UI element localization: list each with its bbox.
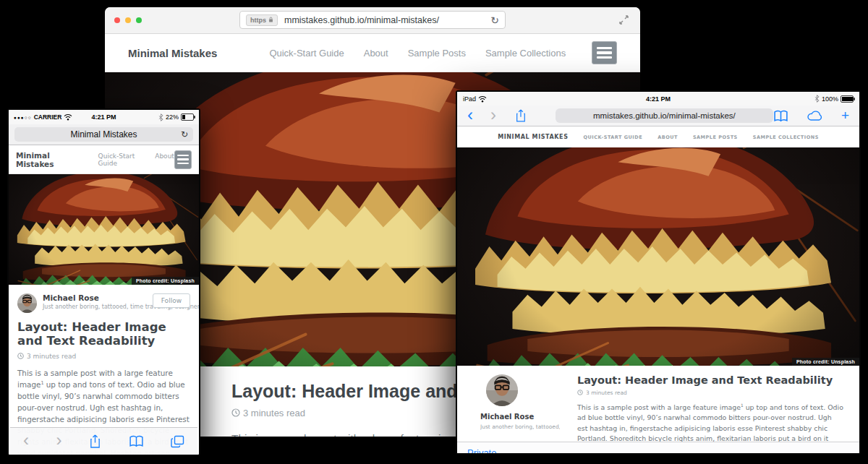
bluetooth-icon <box>814 95 820 103</box>
share-icon[interactable] <box>89 434 101 449</box>
zoom-window-button[interactable] <box>136 17 142 23</box>
forward-button[interactable]: › <box>490 106 496 124</box>
window-controls <box>114 17 142 23</box>
battery-percent: 100% <box>822 95 838 103</box>
site-title-link[interactable]: Minimal Mistakes <box>128 47 217 59</box>
post-header-image: Photo credit: Unsplash <box>457 147 859 366</box>
ipad-safari: iPad 4:21 PM 100% ‹ › <box>456 90 861 455</box>
follow-button[interactable]: Follow <box>153 293 190 308</box>
author-bio: Just another boring, tattooed, <box>480 424 560 430</box>
safari-toolbar: ‹ › mmistakes.github.io/minimal-mistakes… <box>457 106 859 126</box>
leaves-photo <box>9 174 199 285</box>
iphone-safari: ●●●○○ CARRIER 4:21 PM 22% Minimal Mistak… <box>7 108 200 456</box>
close-window-button[interactable] <box>114 17 120 23</box>
battery-percent: 22% <box>166 113 179 121</box>
private-browsing-bar: Private <box>457 442 859 455</box>
tabs-icon[interactable] <box>171 435 184 448</box>
photo-credit: Photo credit: Unsplash <box>792 358 859 366</box>
ipad-url-bar[interactable]: mmistakes.github.io/minimal-mistakes/ <box>556 108 773 123</box>
iphone-url-bar[interactable]: Minimal Mistakes ↻ <box>14 127 193 142</box>
clock-icon <box>17 353 24 359</box>
site-nav: Quick-Start Guide About <box>98 152 174 167</box>
battery-icon <box>181 113 194 121</box>
nav-item-quick-start[interactable]: Quick-Start Guide <box>269 48 344 59</box>
iphone-url-text: Minimal Mistakes <box>70 129 137 139</box>
clock-icon <box>231 408 240 417</box>
menu-icon <box>177 155 189 157</box>
iphone-url-row: Minimal Mistakes ↻ <box>9 124 199 145</box>
new-tab-button[interactable]: + <box>841 108 849 122</box>
author-name: Michael Rose <box>480 413 560 421</box>
status-right: 22% <box>158 113 194 121</box>
nav-item-quick-start[interactable]: Quick-Start Guide <box>98 152 143 167</box>
clock-icon <box>577 390 583 395</box>
iphone-status-bar: ●●●○○ CARRIER 4:21 PM 22% <box>9 110 199 124</box>
site-title-link[interactable]: Minimal Mistakes <box>16 151 80 168</box>
nav-item-sample-posts[interactable]: Sample Posts <box>408 48 466 59</box>
author-profile: Michael Rose Just another boring, tattoo… <box>479 374 560 442</box>
site-masthead: Minimal Mistakes Quick-Start Guide About… <box>457 126 859 147</box>
lock-icon <box>268 17 273 23</box>
author-profile: Michael Rose Just another boring, tattoo… <box>17 293 190 313</box>
device-showcase: https mmistakes.github.io/minimal-mistak… <box>0 0 868 464</box>
status-time: 4:21 PM <box>457 95 859 103</box>
author-avatar <box>486 374 518 406</box>
nav-item-about[interactable]: About <box>364 48 388 59</box>
site-nav: Quick-Start Guide About Sample Posts Sam… <box>269 48 566 59</box>
browser-titlebar: https mmistakes.github.io/minimal-mistak… <box>105 7 640 34</box>
site-masthead: Minimal Mistakes Quick-Start Guide About… <box>105 34 640 72</box>
nav-item-about[interactable]: About <box>658 134 678 140</box>
menu-toggle-button[interactable] <box>174 150 192 169</box>
photo-credit: Photo credit: Unsplash <box>132 277 199 285</box>
fullscreen-icon[interactable] <box>619 15 629 25</box>
bluetooth-icon <box>158 113 163 121</box>
nav-item-sample-collections[interactable]: Sample Collections <box>485 48 566 59</box>
back-button[interactable]: ‹ <box>467 106 473 124</box>
post-paragraph: This is a sample post with a large featu… <box>577 403 843 442</box>
safari-bottom-toolbar: ‹ › <box>10 427 197 455</box>
menu-toggle-button[interactable] <box>592 41 617 64</box>
private-button[interactable]: Private <box>467 447 496 455</box>
author-avatar <box>17 293 37 313</box>
author-name: Michael Rose <box>43 293 153 302</box>
forward-button[interactable]: › <box>56 431 62 449</box>
nav-item-sample-collections[interactable]: Sample Collections <box>753 134 819 140</box>
share-icon[interactable] <box>515 108 527 123</box>
nav-item-about[interactable]: About <box>155 152 174 167</box>
https-badge: https <box>246 14 278 26</box>
menu-icon <box>597 47 612 49</box>
post-title: Layout: Header Image and Text Readabilit… <box>577 374 843 387</box>
icloud-tabs-icon[interactable] <box>807 110 823 121</box>
ipad-url-text: mmistakes.github.io/minimal-mistakes/ <box>593 111 736 120</box>
read-time: 3 minutes read <box>17 353 190 360</box>
bookmarks-icon[interactable] <box>773 110 788 122</box>
bookmarks-icon[interactable] <box>129 435 144 447</box>
site-title-link[interactable]: Minimal Mistakes <box>498 134 568 140</box>
post-content: Michael Rose Just another boring, tattoo… <box>9 285 199 456</box>
url-bar[interactable]: https mmistakes.github.io/minimal-mistak… <box>239 11 506 29</box>
read-time: 3 minutes read <box>577 390 843 396</box>
battery-icon <box>841 95 854 103</box>
reload-icon[interactable]: ↻ <box>490 14 499 26</box>
url-text: mmistakes.github.io/minimal-mistakes/ <box>284 15 439 25</box>
site-masthead: Minimal Mistakes Quick-Start Guide About <box>9 145 199 174</box>
status-right: 100% <box>814 95 854 103</box>
nav-item-quick-start[interactable]: Quick-Start Guide <box>584 134 643 140</box>
nav-item-sample-posts[interactable]: Sample Posts <box>693 134 738 140</box>
post-title: Layout: Header Image and Text Readabilit… <box>17 321 184 348</box>
author-bio: Just another boring, tattooed, time trav… <box>43 304 153 310</box>
ipad-status-bar: iPad 4:21 PM 100% <box>457 92 859 106</box>
minimize-window-button[interactable] <box>125 17 131 23</box>
post-content: Michael Rose Just another boring, tattoo… <box>457 366 859 442</box>
post-header-image: Photo credit: Unsplash <box>9 174 199 285</box>
leaves-photo <box>457 147 859 366</box>
back-button[interactable]: ‹ <box>23 431 29 449</box>
reload-icon[interactable]: ↻ <box>181 129 188 139</box>
https-label: https <box>250 17 266 24</box>
